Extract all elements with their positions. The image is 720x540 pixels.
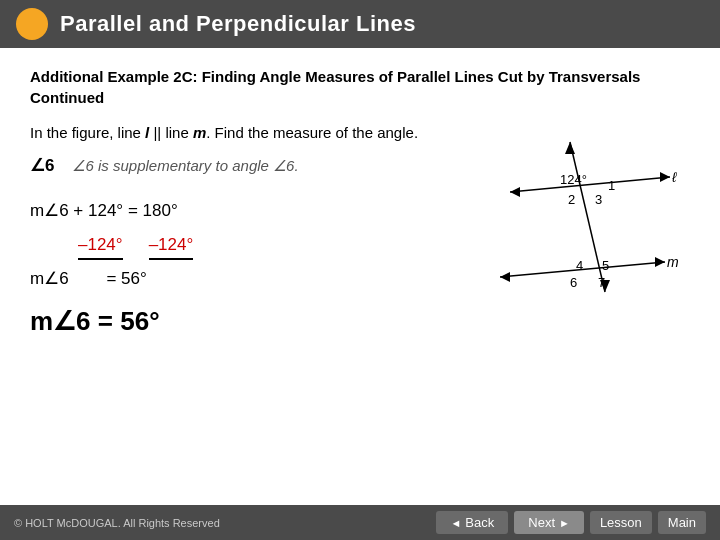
svg-marker-1 <box>660 172 670 182</box>
angle-row: ∠6 ∠6 is supplementary to angle ∠6. <box>30 155 434 176</box>
svg-text:ℓ: ℓ <box>671 169 677 185</box>
main-content: Additional Example 2C: Finding Angle Mea… <box>0 48 720 352</box>
footer: © HOLT McDOUGAL. All Rights Reserved ◄ B… <box>0 505 720 540</box>
angle-description: ∠6 is supplementary to angle ∠6. <box>72 157 298 175</box>
l-variable: l <box>145 124 149 141</box>
copyright-text: © HOLT McDOUGAL. All Rights Reserved <box>14 517 220 529</box>
svg-text:124°: 124° <box>560 172 587 187</box>
svg-marker-2 <box>510 187 520 197</box>
header-circle-icon <box>16 8 48 40</box>
equation-row-3: m∠6 = 56° <box>30 262 434 296</box>
svg-text:1: 1 <box>608 178 615 193</box>
lesson-button[interactable]: Lesson <box>590 511 652 534</box>
svg-text:4: 4 <box>576 258 583 273</box>
equation-row-2: –124° –124° <box>30 228 434 262</box>
equation-row-1: m∠6 + 124° = 180° <box>30 194 434 228</box>
back-arrow-icon: ◄ <box>450 517 461 529</box>
footer-nav: ◄ Back Next ► Lesson Main <box>436 511 706 534</box>
subtitle: Additional Example 2C: Finding Angle Mea… <box>30 66 690 108</box>
lesson-label: Lesson <box>600 515 642 530</box>
eq2-left: –124° <box>78 228 123 262</box>
svg-marker-7 <box>655 257 665 267</box>
svg-text:5: 5 <box>602 258 609 273</box>
svg-line-0 <box>510 177 670 192</box>
equation-block: m∠6 + 124° = 180° –124° –124° m∠6 = 56° <box>30 194 434 296</box>
next-label: Next <box>528 515 555 530</box>
next-arrow-icon: ► <box>559 517 570 529</box>
eq2-right: –124° <box>149 228 194 262</box>
svg-text:7: 7 <box>598 275 605 290</box>
diagram-svg: 124° 1 2 3 ℓ 4 5 6 7 m <box>450 122 690 342</box>
svg-text:2: 2 <box>568 192 575 207</box>
main-button[interactable]: Main <box>658 511 706 534</box>
intro-text: In the figure, line l || line m. Find th… <box>30 122 434 145</box>
text-section: In the figure, line l || line m. Find th… <box>30 122 434 337</box>
next-button[interactable]: Next ► <box>514 511 584 534</box>
back-label: Back <box>465 515 494 530</box>
svg-text:6: 6 <box>570 275 577 290</box>
big-answer: m∠6 = 56° <box>30 306 434 337</box>
back-button[interactable]: ◄ Back <box>436 511 508 534</box>
svg-marker-4 <box>565 142 575 154</box>
svg-text:m: m <box>667 254 679 270</box>
eq1: m∠6 + 124° = 180° <box>30 194 178 228</box>
svg-marker-8 <box>500 272 510 282</box>
eq3: m∠6 = 56° <box>30 262 147 296</box>
svg-text:3: 3 <box>595 192 602 207</box>
content-area: In the figure, line l || line m. Find th… <box>30 122 690 342</box>
header-title: Parallel and Perpendicular Lines <box>60 11 416 37</box>
header: Parallel and Perpendicular Lines <box>0 0 720 48</box>
diagram-section: 124° 1 2 3 ℓ 4 5 6 7 m <box>450 122 690 342</box>
angle-label: ∠6 <box>30 155 54 176</box>
m-variable: m <box>193 124 206 141</box>
main-label: Main <box>668 515 696 530</box>
